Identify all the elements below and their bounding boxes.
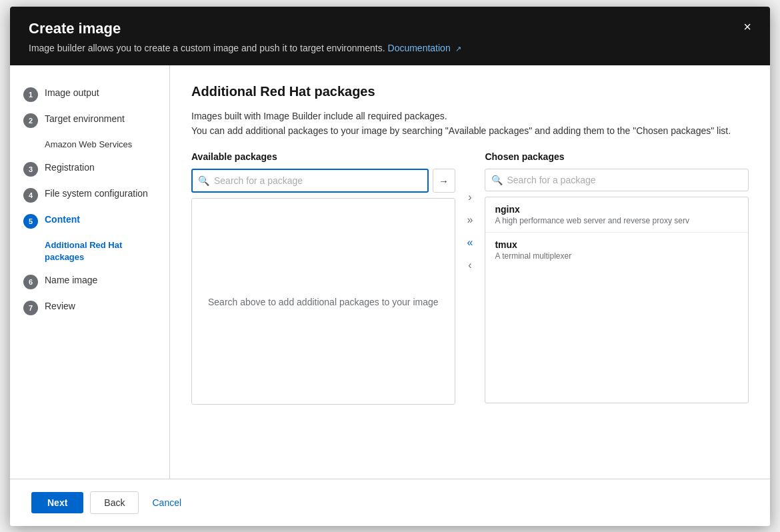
- add-one-button[interactable]: ›: [463, 189, 477, 206]
- sidebar-item-label: Content: [45, 213, 80, 227]
- sidebar-item-label: Registration: [45, 161, 95, 175]
- chosen-packages-panel: Chosen packages 🔍 nginx A high performan…: [485, 151, 749, 403]
- package-name: tmux: [495, 239, 739, 250]
- modal-footer: Next Back Cancel: [10, 479, 770, 526]
- sidebar-item-registration[interactable]: 3 Registration: [10, 156, 169, 182]
- sidebar: 1 Image output 2 Target environment Amaz…: [10, 65, 170, 479]
- close-button[interactable]: ×: [738, 17, 757, 36]
- sidebar-item-name-image[interactable]: 6 Name image: [10, 269, 169, 295]
- available-search-row: 🔍 →: [191, 169, 455, 193]
- add-package-button[interactable]: →: [433, 169, 455, 193]
- chosen-search-row: 🔍: [485, 169, 749, 191]
- sidebar-item-label: Image output: [45, 87, 99, 100]
- step-2-number: 2: [23, 113, 38, 128]
- available-search-input[interactable]: [191, 169, 429, 193]
- section-title: Additional Red Hat packages: [191, 84, 749, 99]
- add-all-button[interactable]: »: [462, 211, 479, 229]
- step-7-number: 7: [23, 301, 38, 315]
- available-packages-list: Search above to add additional packages …: [191, 198, 455, 405]
- packages-layout: Available packages 🔍 → Search above to a…: [191, 151, 749, 405]
- modal-description: Image builder allows you to create a cus…: [29, 43, 751, 53]
- documentation-link[interactable]: Documentation ↗: [388, 43, 461, 53]
- remove-all-button[interactable]: «: [462, 234, 479, 251]
- sidebar-item-image-output[interactable]: 1 Image output: [10, 81, 169, 107]
- back-button[interactable]: Back: [90, 491, 139, 514]
- chosen-search-input[interactable]: [485, 169, 749, 191]
- modal-body: 1 Image output 2 Target environment Amaz…: [10, 65, 770, 479]
- sidebar-item-label: Target environment: [45, 113, 125, 126]
- create-image-modal: Create image Image builder allows you to…: [10, 7, 770, 526]
- step-6-number: 6: [23, 275, 38, 289]
- sidebar-item-content[interactable]: 5 Content: [10, 208, 169, 234]
- sidebar-item-label: File system configuration: [45, 187, 148, 201]
- sidebar-item-filesystem[interactable]: 4 File system configuration: [10, 182, 169, 208]
- section-description: Images built with Image Builder include …: [191, 109, 749, 139]
- available-empty-state: Search above to add additional packages …: [192, 199, 455, 405]
- step-4-number: 4: [23, 188, 38, 203]
- sidebar-item-label: Name image: [45, 274, 97, 287]
- sidebar-item-target-environment[interactable]: 2 Target environment: [10, 107, 169, 133]
- modal-title: Create image: [29, 20, 751, 37]
- step-1-number: 1: [23, 87, 38, 102]
- available-packages-title: Available packages: [191, 151, 455, 162]
- chosen-packages-list[interactable]: nginx A high performance web server and …: [485, 197, 749, 403]
- modal-header: Create image Image builder allows you to…: [10, 7, 770, 65]
- sidebar-item-label: Amazon Web Services: [45, 139, 132, 151]
- sidebar-item-label: Additional Red Hat packages: [45, 239, 156, 263]
- sidebar-item-review[interactable]: 7 Review: [10, 295, 169, 321]
- next-button[interactable]: Next: [31, 492, 83, 513]
- chosen-package-item[interactable]: nginx A high performance web server and …: [485, 197, 748, 233]
- sidebar-item-aws[interactable]: Amazon Web Services: [10, 133, 169, 156]
- step-3-number: 3: [23, 162, 38, 177]
- package-desc: A terminal multiplexer: [495, 251, 739, 261]
- sidebar-item-additional-packages[interactable]: Additional Red Hat packages: [10, 234, 169, 269]
- package-desc: A high performance web server and revers…: [495, 216, 739, 225]
- chosen-search-wrap: 🔍: [485, 169, 749, 191]
- available-packages-panel: Available packages 🔍 → Search above to a…: [191, 151, 455, 405]
- main-content-area: Additional Red Hat packages Images built…: [170, 65, 770, 479]
- external-link-icon: ↗: [455, 45, 461, 53]
- transfer-controls: › » « ‹: [455, 189, 485, 274]
- available-search-wrap: 🔍: [191, 169, 429, 193]
- step-5-number: 5: [23, 214, 38, 229]
- package-name: nginx: [495, 204, 739, 215]
- chosen-package-item[interactable]: tmux A terminal multiplexer: [485, 233, 748, 267]
- sidebar-item-label: Review: [45, 300, 75, 313]
- remove-one-button[interactable]: ‹: [463, 257, 477, 274]
- cancel-button[interactable]: Cancel: [145, 492, 188, 513]
- chosen-packages-title: Chosen packages: [485, 151, 749, 162]
